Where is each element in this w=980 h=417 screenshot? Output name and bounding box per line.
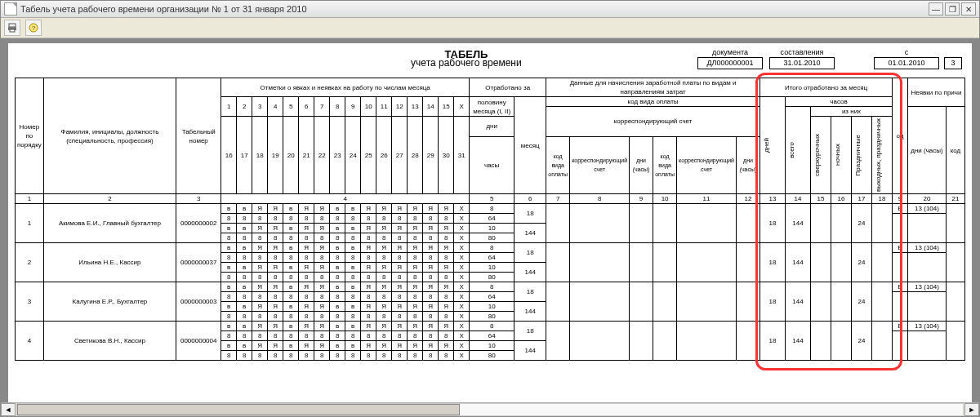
scroll-left-button[interactable]: ◄ <box>1 403 16 416</box>
day-cell: в <box>283 282 299 292</box>
day-cell: Я <box>408 263 423 273</box>
day-cell: Я <box>268 243 283 253</box>
m-hours: 80 <box>470 233 514 243</box>
day-cell: 8 <box>408 214 423 224</box>
day-cell: в <box>237 263 252 273</box>
day-cell: в <box>330 322 345 331</box>
col-num-header: Номер по порядку <box>16 78 44 194</box>
page-area: ТАБЕЛЬ учета рабочего времени документа … <box>1 38 979 402</box>
day-cell: Х <box>454 322 470 331</box>
day-cell: в <box>283 322 299 331</box>
maximize-button[interactable]: ❐ <box>945 2 960 16</box>
abs-dh: 13 (104) <box>908 204 947 214</box>
horizontal-scrollbar[interactable]: ◄ ► <box>1 402 979 416</box>
day-cell: Я <box>392 282 408 292</box>
print-button[interactable] <box>4 20 20 36</box>
day-cell: 8 <box>314 331 330 341</box>
day-cell: 8 <box>252 253 268 263</box>
header-meta: ТАБЕЛЬ учета рабочего времени документа … <box>15 48 965 69</box>
day-cell: Я <box>423 224 439 233</box>
day-cell: Я <box>361 302 376 312</box>
day-cell: Я <box>392 263 408 273</box>
day-cell: в <box>237 204 252 214</box>
day-cell: Я <box>299 204 314 214</box>
day-cell: 8 <box>392 292 408 302</box>
day-cell: 8 <box>376 233 392 243</box>
day-cell: в <box>283 224 299 233</box>
close-button[interactable]: ✕ <box>961 2 976 16</box>
day-cell: в <box>237 302 252 312</box>
col-total-hours-header: часов <box>786 97 893 107</box>
day-cell: Я <box>268 224 283 233</box>
day-cell: в <box>237 224 252 233</box>
day-cell: 8 <box>376 253 392 263</box>
day-cell: Я <box>376 243 392 253</box>
day-cell: Я <box>314 282 330 292</box>
day-cell: Я <box>439 224 454 233</box>
day-cell: Я <box>252 224 268 233</box>
day-cell: 8 <box>376 273 392 282</box>
day-cell: 8 <box>423 214 439 224</box>
day-cell: Я <box>361 243 376 253</box>
day-cell: 8 <box>314 312 330 322</box>
day-cell: 8 <box>221 233 237 243</box>
colnum: 3 <box>176 194 221 204</box>
day-cell: 8 <box>268 351 283 361</box>
day-cell: Х <box>454 273 470 282</box>
colnum: 12 <box>737 194 760 204</box>
day-cell: Я <box>361 322 376 331</box>
toolbar: ? <box>1 18 979 38</box>
day-cell: Х <box>454 312 470 322</box>
table-row: 2 Ильина Н.Е., Кассир 0000000037 ввЯЯвЯЯ… <box>16 243 965 253</box>
day-cell: 8 <box>330 214 345 224</box>
day-cell: Я <box>252 322 268 331</box>
day-cell: 8 <box>268 273 283 282</box>
day-cell: в <box>237 243 252 253</box>
abs-dh: 13 (104) <box>908 243 947 253</box>
day-cell: 8 <box>330 273 345 282</box>
day-cell: 8 <box>252 233 268 243</box>
day-cell: Я <box>423 302 439 312</box>
colnum: 21 <box>947 194 965 204</box>
day-cell: в <box>221 282 237 292</box>
col-abs-code-header: од <box>893 78 908 194</box>
day-cell: 8 <box>392 331 408 341</box>
day-cell: 8 <box>237 292 252 302</box>
table-row: 1 Акимова Е.И., Главный бухгалтер 000000… <box>16 204 965 214</box>
abs-code: В <box>893 322 908 331</box>
day-cell: Я <box>392 341 408 351</box>
colnum: 8 <box>570 194 630 204</box>
col-abs-code2-header: код <box>947 107 965 194</box>
help-button[interactable]: ? <box>25 20 42 36</box>
col-sub-dh1: дни (часы) <box>630 136 653 193</box>
month-days: 18 <box>514 243 546 263</box>
day-cell: Я <box>439 282 454 292</box>
m-hours: 80 <box>470 273 514 282</box>
minimize-button[interactable]: — <box>929 2 943 16</box>
day-cell: Я <box>408 302 423 312</box>
day-cell: в <box>283 243 299 253</box>
emp-fio: Калугина Е.Р., Бухгалтер <box>43 282 176 322</box>
scroll-right-button[interactable]: ► <box>964 403 979 416</box>
day-cell: Я <box>376 204 392 214</box>
scroll-track[interactable] <box>16 403 964 416</box>
day-cell: Я <box>423 322 439 331</box>
day-cell: 8 <box>283 331 299 341</box>
scroll-thumb[interactable] <box>17 404 460 415</box>
col-marks-header: Отметки о явках и неявках на работу по ч… <box>221 78 470 97</box>
half-hours: 64 <box>470 292 514 302</box>
emp-num: 4 <box>16 322 44 361</box>
day-cell: в <box>237 282 252 292</box>
day-cell: 8 <box>299 253 314 263</box>
day-cell: 8 <box>221 273 237 282</box>
emp-fio: Ильина Н.Е., Кассир <box>43 243 176 282</box>
day-cell: 8 <box>268 253 283 263</box>
day-cell: Я <box>392 322 408 331</box>
printer-icon <box>7 23 17 33</box>
day-cell: 8 <box>361 214 376 224</box>
day-cell: 8 <box>423 253 439 263</box>
day-cell: Я <box>252 341 268 351</box>
help-icon: ? <box>29 23 38 33</box>
day-cell: 8 <box>345 273 361 282</box>
day-cell: 8 <box>221 312 237 322</box>
